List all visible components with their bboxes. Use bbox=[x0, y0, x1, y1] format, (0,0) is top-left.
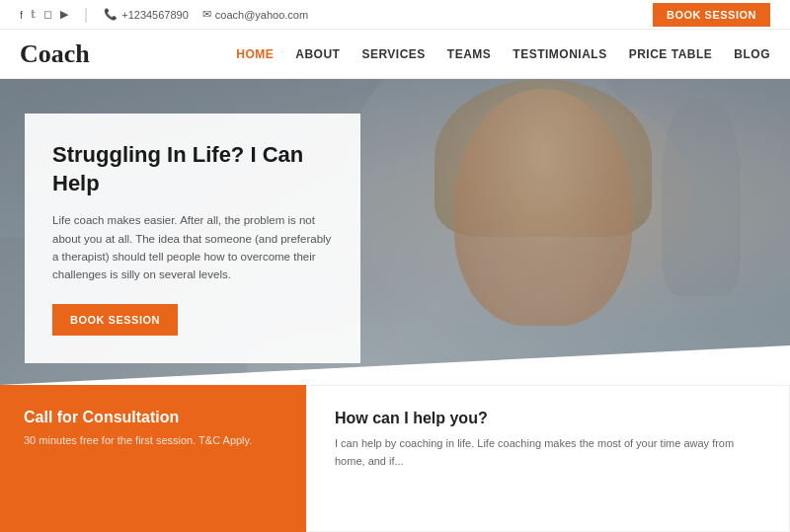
consultation-subtitle: 30 minutes free for the first session. T… bbox=[24, 434, 282, 446]
divider: | bbox=[84, 6, 88, 24]
phone-contact: 📞 +1234567890 bbox=[104, 8, 189, 21]
email-contact: ✉ coach@yahoo.com bbox=[202, 8, 308, 21]
hero-description: Life coach makes easier. After all, the … bbox=[52, 211, 333, 284]
help-description: I can help by coaching in life. Life coa… bbox=[335, 435, 761, 470]
navbar: Coach HOME ABOUT SERVICES TEAMS TESTIMON… bbox=[0, 30, 790, 79]
top-bar: f 𝕥 ◻ ▶ | 📞 +1234567890 ✉ coach@yahoo.co… bbox=[0, 0, 790, 30]
phone-icon: 📞 bbox=[104, 8, 118, 21]
facebook-icon[interactable]: f bbox=[20, 9, 23, 21]
nav-services[interactable]: SERVICES bbox=[361, 47, 425, 61]
consultation-title: Call for Consultation bbox=[24, 409, 282, 426]
nav-about[interactable]: ABOUT bbox=[295, 47, 340, 61]
help-title: How can I help you? bbox=[335, 410, 761, 427]
nav-teams[interactable]: TEAMS bbox=[447, 47, 492, 61]
nav-price-table[interactable]: PRICE TABLE bbox=[629, 47, 713, 61]
phone-number: +1234567890 bbox=[121, 9, 189, 21]
hero-section: Struggling In Life? I Can Help Life coac… bbox=[0, 79, 790, 385]
consultation-box: Call for Consultation 30 minutes free fo… bbox=[0, 385, 306, 532]
nav-blog[interactable]: BLOG bbox=[734, 47, 770, 61]
logo[interactable]: Coach bbox=[20, 39, 90, 69]
book-session-top-button[interactable]: BOOK SESSION bbox=[653, 3, 770, 27]
email-address: coach@yahoo.com bbox=[215, 9, 308, 21]
twitter-icon[interactable]: 𝕥 bbox=[31, 8, 36, 21]
nav-testimonials[interactable]: TESTIMONIALS bbox=[513, 47, 606, 61]
youtube-icon[interactable]: ▶ bbox=[60, 8, 68, 21]
hero-card: Struggling In Life? I Can Help Life coac… bbox=[25, 114, 360, 363]
social-icons: f 𝕥 ◻ ▶ bbox=[20, 8, 68, 21]
top-bar-left: f 𝕥 ◻ ▶ | 📞 +1234567890 ✉ coach@yahoo.co… bbox=[20, 6, 308, 24]
help-box: How can I help you? I can help by coachi… bbox=[306, 385, 790, 532]
bottom-section: Call for Consultation 30 minutes free fo… bbox=[0, 385, 790, 532]
book-session-hero-button[interactable]: BOOK SESSION bbox=[52, 304, 178, 336]
nav-links: HOME ABOUT SERVICES TEAMS TESTIMONIALS P… bbox=[236, 47, 770, 61]
email-icon: ✉ bbox=[202, 8, 211, 21]
contact-info: 📞 +1234567890 ✉ coach@yahoo.com bbox=[104, 8, 308, 21]
nav-home[interactable]: HOME bbox=[236, 47, 274, 61]
instagram-icon[interactable]: ◻ bbox=[43, 8, 52, 21]
hero-title: Struggling In Life? I Can Help bbox=[52, 141, 333, 197]
